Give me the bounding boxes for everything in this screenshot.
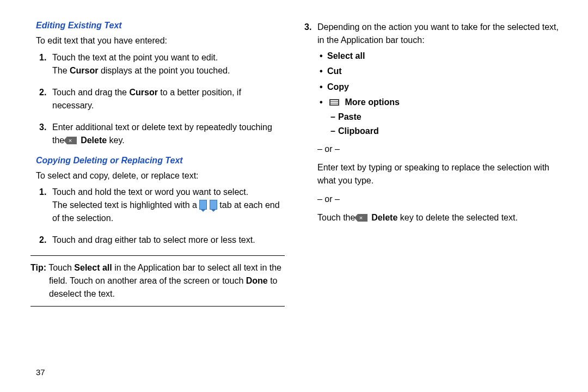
heading-editing: Editing Existing Text (36, 21, 285, 30)
bullet-select-all: Select all (327, 50, 561, 62)
right-column: Depending on the action you want to take… (307, 21, 561, 312)
delete-key-icon (67, 137, 77, 144)
dash-paste: Paste (338, 111, 561, 123)
bullet-cut: Cut (327, 65, 561, 77)
bullet-copy: Copy (327, 81, 561, 93)
dash-clipboard: Clipboard (338, 125, 561, 137)
selection-handle-left-icon (199, 200, 207, 210)
more-options-icon (329, 99, 339, 106)
action-bullets: Select all Cut Copy More options Paste C… (317, 50, 561, 137)
edit-step-3: Enter additional text or delete text by … (52, 121, 285, 147)
editing-steps: Touch the text at the point you want to … (36, 51, 285, 147)
left-column: Editing Existing Text To edit text that … (30, 21, 285, 312)
intro-copying: To select and copy, delete, or replace t… (36, 170, 285, 182)
intro-editing: To edit text that you have entered: (36, 35, 285, 47)
copy-step-1: Touch and hold the text or word you want… (52, 186, 285, 225)
heading-copying: Copying Deleting or Replacing Text (36, 156, 285, 166)
action-steps: Depending on the action you want to take… (301, 21, 561, 224)
or-separator-1: – or – (317, 143, 561, 156)
divider (30, 255, 285, 256)
selection-handle-right-icon (210, 200, 217, 210)
replace-text-line: Enter text by typing or speaking to repl… (317, 161, 561, 187)
bullet-more-options: More options Paste Clipboard (327, 96, 561, 137)
divider (30, 306, 285, 307)
delete-key-icon (358, 214, 367, 222)
copying-steps: Touch and hold the text or word you want… (36, 186, 285, 247)
action-step-3: Depending on the action you want to take… (317, 21, 561, 224)
copy-step-2: Touch and drag either tab to select more… (52, 234, 285, 247)
page-number: 37 (36, 367, 45, 377)
more-options-sub: Paste Clipboard (330, 111, 561, 138)
or-separator-2: – or – (317, 193, 561, 206)
edit-step-1: Touch the text at the point you want to … (52, 51, 285, 77)
delete-line: Touch the Delete key to delete the selec… (317, 211, 561, 224)
tip-paragraph: Tip: Touch Select all in the Application… (30, 261, 285, 301)
edit-step-2: Touch and drag the Cursor to a better po… (52, 86, 285, 112)
